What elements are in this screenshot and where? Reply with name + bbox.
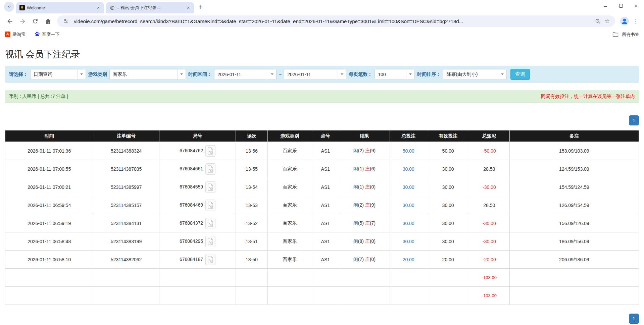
page-1-button[interactable]: 1 <box>629 115 639 125</box>
zoom-out-icon[interactable] <box>593 16 602 26</box>
sort-select[interactable]: 降幂(由大到小) <box>443 69 507 80</box>
chevron-down-icon[interactable] <box>177 69 186 79</box>
divider <box>609 32 609 37</box>
cell-result: 闲(2) 庄(9) <box>339 142 390 160</box>
address-bar[interactable]: videoie.com/game/betrecord_search/kind3?… <box>57 15 615 27</box>
cell-bet-id: 523114385157 <box>93 196 159 214</box>
col-total-bet: 总投注 <box>390 130 427 142</box>
game-type-label: 游戏类别 <box>88 71 107 77</box>
chevron-down-icon[interactable] <box>338 69 346 79</box>
game-type-value: 百家乐 <box>110 69 177 79</box>
cell-game-type: 百家乐 <box>267 160 312 178</box>
valid-bet-notice: 同局有效投注，统一计算在该局第一张注单内 <box>541 94 635 100</box>
home-button[interactable] <box>42 15 54 27</box>
cell-bet-id-text: 523114384131 <box>111 221 142 226</box>
bookmark-baidu[interactable]: 百度一下 <box>34 31 59 38</box>
url-text[interactable]: videoie.com/game/betrecord_search/kind3?… <box>74 18 593 24</box>
cell-session: 13-56 <box>236 142 267 160</box>
result-banker-num: (9) <box>370 148 376 153</box>
cell-total-bet: 20.00 <box>390 251 427 269</box>
video-replay-icon[interactable] <box>205 163 215 175</box>
tab-close-icon[interactable]: × <box>95 5 101 11</box>
close-window-button[interactable]: × <box>629 0 644 11</box>
all-bookmarks[interactable]: 所有书签 <box>609 32 639 38</box>
video-replay-icon[interactable] <box>205 254 215 265</box>
minimize-button[interactable]: – <box>598 0 613 11</box>
cell-bet-id-text: 523114383199 <box>111 239 142 244</box>
cell-time-text: 2026-01-11 07:00:21 <box>28 184 71 190</box>
search-button[interactable]: 查询 <box>510 69 530 80</box>
per-page-select[interactable]: 100 <box>375 69 415 80</box>
game-favicon-icon <box>19 5 25 10</box>
tab-close-icon[interactable]: × <box>185 5 191 11</box>
reload-button[interactable] <box>30 15 41 27</box>
cell-table-no: AS1 <box>312 196 339 214</box>
tab-search-chevron-icon[interactable] <box>4 2 14 12</box>
page-1-button[interactable]: 1 <box>629 314 639 324</box>
cell-game-type-text: 百家乐 <box>283 184 297 189</box>
browser-tab-betrecord[interactable]: :::视讯 会员下注纪录::: × <box>106 2 194 13</box>
site-settings-icon[interactable] <box>61 16 70 26</box>
col-bet-id: 注单编号 <box>93 130 159 142</box>
video-replay-icon[interactable] <box>205 145 215 157</box>
back-button[interactable] <box>4 15 15 27</box>
cell-result: 闲(5) 庄(7) <box>339 214 390 232</box>
forward-button[interactable] <box>17 15 28 27</box>
chevron-down-icon[interactable] <box>77 69 86 79</box>
cell-payout: -50.00 <box>469 142 509 160</box>
cell-payout-text: -30.00 <box>483 184 496 190</box>
total-payout: -103.00 <box>482 293 497 298</box>
col-game-type: 游戏类别 <box>267 130 312 142</box>
cell-remark-text: 153.09/103.09 <box>559 148 589 154</box>
query-type-select[interactable]: 日期查询 <box>30 69 86 80</box>
date-end-input[interactable]: 2026-01-11 <box>284 69 346 80</box>
game-type-select[interactable]: 百家乐 <box>109 69 186 80</box>
chevron-down-icon[interactable] <box>268 69 276 79</box>
cell-valid-bet: 30.00 <box>427 232 469 251</box>
result-banker-num: (6) <box>370 166 376 171</box>
result-player-num: (1) <box>358 184 364 189</box>
total-total-bet: 220.00 <box>402 293 415 298</box>
video-replay-icon[interactable] <box>205 218 215 229</box>
result-banker-label: 庄 <box>365 184 370 189</box>
browser-tab-welcome[interactable]: Welcome × <box>16 2 104 13</box>
new-tab-button[interactable]: + <box>196 2 205 12</box>
cell-payout-text: -20.00 <box>483 257 496 262</box>
video-replay-icon[interactable] <box>205 181 215 193</box>
cell-remark-text: 186.09/156.09 <box>559 239 589 244</box>
cell-payout: 28.50 <box>469 160 509 178</box>
cell-session-text: 13-54 <box>246 184 258 190</box>
footer-empty-cell <box>312 269 339 287</box>
cell-session-text: 13-52 <box>246 221 258 226</box>
result-player-label: 闲 <box>353 184 358 189</box>
profile-avatar[interactable] <box>620 16 629 26</box>
subtotal-payout: -103.00 <box>482 275 497 280</box>
cell-round-id-text: 676084295 <box>180 238 203 243</box>
cell-round-id: 676084762 <box>159 142 236 160</box>
table-row: 2026-01-11 07:00:55523114387035676084661… <box>5 160 639 178</box>
video-replay-icon[interactable] <box>205 236 215 247</box>
date-start-input[interactable]: 2026-01-11 <box>214 69 277 80</box>
cell-round-id-text: 676084559 <box>180 184 203 189</box>
browser-menu-icon[interactable]: ⋮ <box>631 17 641 25</box>
bookmark-star-icon[interactable]: ☆ <box>602 16 612 26</box>
total-payout-cell: -103.00 <box>469 287 509 305</box>
video-replay-icon[interactable] <box>205 200 215 211</box>
pagination-top: 1 <box>5 115 639 125</box>
chevron-down-icon[interactable] <box>498 69 506 79</box>
bookmark-taobao[interactable]: 淘 爱淘宝 <box>5 32 26 38</box>
cell-total-bet: 30.00 <box>390 178 427 196</box>
result-banker-label: 庄 <box>365 220 370 226</box>
cell-time-text: 2026-01-11 06:58:10 <box>28 257 71 262</box>
table-row: 2026-01-11 06:58:48523114383199676084295… <box>5 232 639 251</box>
cell-time-text: 2026-01-11 07:01:36 <box>28 148 71 154</box>
maximize-button[interactable] <box>613 0 629 11</box>
total-total-bet-cell: 220.00 <box>390 287 427 305</box>
table-row: 2026-01-11 06:59:54523114385157676084469… <box>5 196 639 214</box>
cell-time: 2026-01-11 07:01:36 <box>5 142 93 160</box>
chevron-down-icon[interactable] <box>406 69 414 79</box>
cell-table-no: AS1 <box>312 232 339 251</box>
cell-session: 13-54 <box>236 178 267 196</box>
footer-empty-cell <box>236 269 267 287</box>
cell-valid-bet-text: 30.00 <box>442 184 454 190</box>
